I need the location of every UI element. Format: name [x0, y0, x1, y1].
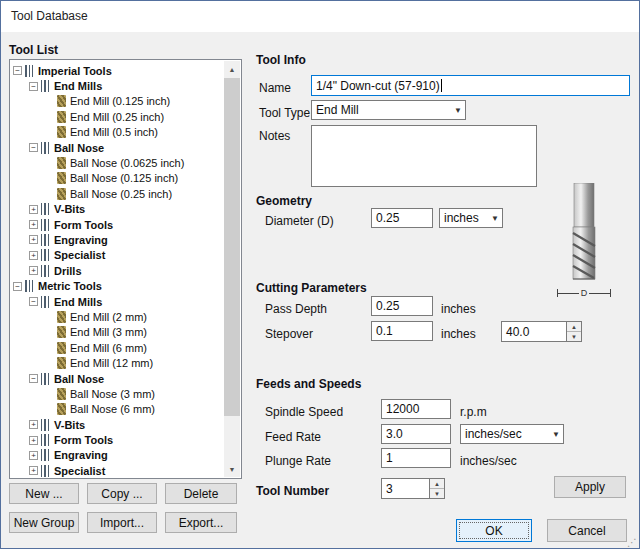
- expand-icon[interactable]: +: [29, 251, 38, 260]
- tool-type-value: End Mill: [316, 103, 359, 117]
- geometry-heading: Geometry: [256, 194, 312, 208]
- expand-icon[interactable]: +: [29, 466, 38, 475]
- tool-group-icon: [41, 419, 50, 431]
- tree-tool-item[interactable]: Ball Nose (0.25 inch): [11, 186, 224, 201]
- tree-group-item[interactable]: +Drills: [11, 263, 224, 278]
- tool-list-heading: Tool List: [9, 43, 58, 57]
- tool-group-icon: [41, 434, 50, 446]
- expand-icon[interactable]: +: [29, 420, 38, 429]
- tree-tool-item[interactable]: Ball Nose (0.125 inch): [11, 171, 224, 186]
- tree-item-label: Ball Nose (0.0625 inch): [70, 157, 184, 169]
- tree-tool-item[interactable]: End Mill (2 mm): [11, 309, 224, 324]
- diameter-input[interactable]: 0.25: [371, 208, 433, 228]
- tool-group-icon: [41, 296, 50, 308]
- ok-button[interactable]: OK: [456, 519, 532, 542]
- tool-number-input[interactable]: 3: [381, 478, 429, 499]
- notes-textarea[interactable]: [311, 125, 537, 187]
- tree-scrollbar[interactable]: ▲ ▼: [224, 61, 240, 477]
- tree-group-item[interactable]: −Imperial Tools: [11, 63, 224, 78]
- collapse-icon[interactable]: −: [29, 143, 38, 152]
- spindle-speed-input[interactable]: 12000: [381, 399, 451, 419]
- tree-item-label: End Mill (3 mm): [70, 326, 147, 338]
- tree-group-item[interactable]: +V-Bits: [11, 202, 224, 217]
- scroll-up-icon[interactable]: ▲: [224, 61, 240, 77]
- collapse-icon[interactable]: −: [13, 282, 22, 291]
- tree-group-item[interactable]: −Ball Nose: [11, 140, 224, 155]
- plunge-rate-input[interactable]: 1: [381, 448, 451, 468]
- spin-up-icon[interactable]: ▲: [567, 322, 581, 332]
- apply-button[interactable]: Apply: [554, 476, 626, 498]
- pass-depth-input[interactable]: 0.25: [371, 296, 433, 316]
- tree-item-label: Ball Nose (6 mm): [70, 403, 155, 415]
- end-mill-preview-image: [561, 183, 607, 285]
- spindle-speed-label: Spindle Speed: [265, 405, 343, 419]
- feed-rate-units-select[interactable]: inches/sec ▼: [460, 424, 564, 444]
- new-group-button[interactable]: New Group: [9, 512, 79, 533]
- name-input[interactable]: 1/4" Down-cut (57-910): [311, 75, 630, 96]
- tool-type-select[interactable]: End Mill ▼: [311, 100, 466, 120]
- tree-tool-item[interactable]: Ball Nose (0.0625 inch): [11, 155, 224, 170]
- tree-group-item[interactable]: +Specialist: [11, 463, 224, 477]
- tree-item-label: Ball Nose (0.125 inch): [70, 172, 178, 184]
- stepover-percent-input[interactable]: 40.0: [501, 321, 566, 342]
- tree-group-item[interactable]: −End Mills: [11, 78, 224, 93]
- collapse-icon[interactable]: −: [13, 66, 22, 75]
- new-tool-button[interactable]: New ...: [9, 483, 79, 504]
- tree-tool-item[interactable]: End Mill (0.5 inch): [11, 125, 224, 140]
- tree-tool-item[interactable]: End Mill (0.25 inch): [11, 109, 224, 124]
- spin-down-icon[interactable]: ▼: [430, 489, 444, 498]
- resize-grip[interactable]: ⋰: [627, 537, 637, 548]
- tool-icon: [57, 172, 66, 184]
- scroll-down-icon[interactable]: ▼: [224, 461, 240, 477]
- plunge-rate-value: 1: [386, 451, 393, 465]
- name-input-value: 1/4" Down-cut (57-910): [316, 79, 440, 93]
- tree-group-item[interactable]: −Metric Tools: [11, 278, 224, 293]
- spin-up-icon[interactable]: ▲: [430, 479, 444, 489]
- tree-tool-item[interactable]: End Mill (12 mm): [11, 355, 224, 370]
- notes-label: Notes: [259, 129, 290, 143]
- cancel-button[interactable]: Cancel: [547, 519, 627, 542]
- spin-down-icon[interactable]: ▼: [567, 332, 581, 341]
- delete-tool-button[interactable]: Delete: [165, 483, 237, 504]
- collapse-icon[interactable]: −: [29, 374, 38, 383]
- tree-tool-item[interactable]: End Mill (6 mm): [11, 340, 224, 355]
- tree-item-label: Ball Nose (0.25 inch): [70, 188, 172, 200]
- tree-group-item[interactable]: +Engraving: [11, 448, 224, 463]
- expand-icon[interactable]: +: [29, 436, 38, 445]
- expand-icon[interactable]: +: [29, 266, 38, 275]
- import-button[interactable]: Import...: [87, 512, 157, 533]
- tree-group-item[interactable]: +Form Tools: [11, 432, 224, 447]
- spindle-speed-value: 12000: [386, 402, 419, 416]
- tree-group-item[interactable]: +Form Tools: [11, 217, 224, 232]
- stepover-percent-field: 40.0 ▲ ▼: [501, 321, 582, 342]
- tree-tool-item[interactable]: End Mill (3 mm): [11, 325, 224, 340]
- diameter-value: 0.25: [376, 211, 399, 225]
- tool-number-value: 3: [386, 482, 393, 496]
- tree-tool-item[interactable]: End Mill (0.125 inch): [11, 94, 224, 109]
- diameter-units-select[interactable]: inches ▼: [439, 208, 503, 228]
- expand-icon[interactable]: +: [29, 205, 38, 214]
- collapse-icon[interactable]: −: [29, 82, 38, 91]
- feed-rate-label: Feed Rate: [265, 430, 321, 444]
- expand-icon[interactable]: +: [29, 451, 38, 460]
- export-button[interactable]: Export...: [165, 512, 237, 533]
- feed-rate-input[interactable]: 3.0: [381, 424, 451, 444]
- pass-depth-value: 0.25: [376, 299, 399, 313]
- tree-tool-item[interactable]: Ball Nose (6 mm): [11, 402, 224, 417]
- stepover-percent-spinner: ▲ ▼: [566, 321, 582, 342]
- tree-tool-item[interactable]: Ball Nose (3 mm): [11, 386, 224, 401]
- expand-icon[interactable]: +: [29, 235, 38, 244]
- stepover-input[interactable]: 0.1: [371, 321, 433, 341]
- tree-item-label: End Mill (0.125 inch): [70, 95, 170, 107]
- tool-icon: [57, 403, 66, 415]
- tree-group-item[interactable]: +Specialist: [11, 248, 224, 263]
- cutting-parameters-heading: Cutting Parameters: [256, 281, 367, 295]
- tree-group-item[interactable]: −Ball Nose: [11, 371, 224, 386]
- tree-group-item[interactable]: +Engraving: [11, 232, 224, 247]
- copy-tool-button[interactable]: Copy ...: [87, 483, 157, 504]
- scrollbar-thumb[interactable]: [224, 78, 240, 416]
- tree-group-item[interactable]: −End Mills: [11, 294, 224, 309]
- expand-icon[interactable]: +: [29, 220, 38, 229]
- collapse-icon[interactable]: −: [29, 297, 38, 306]
- tree-group-item[interactable]: +V-Bits: [11, 417, 224, 432]
